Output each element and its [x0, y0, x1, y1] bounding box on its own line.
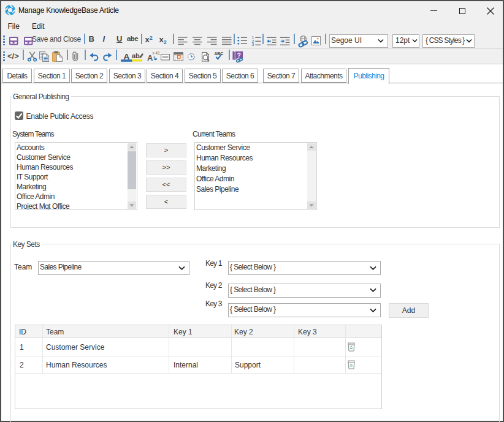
- svg-text:3: 3: [252, 42, 254, 47]
- svg-text:x 41: x 41: [153, 51, 161, 55]
- svg-text:?: ?: [237, 52, 241, 59]
- svg-text:ab: ab: [132, 52, 140, 59]
- svg-text:ABC: ABC: [214, 51, 223, 56]
